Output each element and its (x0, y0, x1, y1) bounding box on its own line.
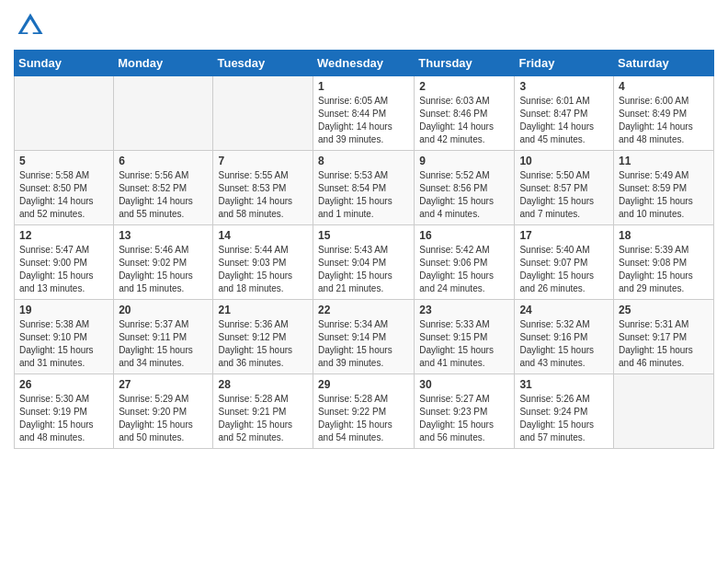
day-info: Sunrise: 5:56 AMSunset: 8:52 PMDaylight:… (119, 169, 208, 221)
day-info: Sunrise: 5:39 AMSunset: 9:08 PMDaylight:… (619, 244, 709, 295)
logo (14, 9, 51, 42)
day-number: 31 (519, 378, 609, 391)
calendar-cell: 13Sunrise: 5:46 AMSunset: 9:02 PMDayligh… (114, 225, 213, 300)
calendar-cell: 25Sunrise: 5:31 AMSunset: 9:17 PMDayligh… (614, 300, 714, 374)
calendar-cell: 9Sunrise: 5:52 AMSunset: 8:56 PMDaylight… (415, 151, 515, 225)
day-info: Sunrise: 6:03 AMSunset: 8:46 PMDaylight:… (419, 95, 509, 146)
calendar-cell: 31Sunrise: 5:26 AMSunset: 9:24 PMDayligh… (515, 374, 614, 449)
day-number: 19 (19, 304, 108, 316)
day-info: Sunrise: 5:47 AMSunset: 9:00 PMDaylight:… (19, 244, 108, 295)
calendar-week-2: 5Sunrise: 5:58 AMSunset: 8:50 PMDaylight… (15, 151, 714, 225)
calendar-cell: 6Sunrise: 5:56 AMSunset: 8:52 PMDaylight… (114, 151, 213, 225)
calendar-cell: 24Sunrise: 5:32 AMSunset: 9:16 PMDayligh… (515, 300, 614, 374)
day-info: Sunrise: 5:28 AMSunset: 9:22 PMDaylight:… (318, 393, 409, 444)
day-number: 8 (318, 155, 409, 167)
calendar-cell: 5Sunrise: 5:58 AMSunset: 8:50 PMDaylight… (15, 151, 114, 225)
day-info: Sunrise: 5:33 AMSunset: 9:15 PMDaylight:… (419, 318, 509, 370)
day-info: Sunrise: 5:44 AMSunset: 9:03 PMDaylight:… (218, 244, 308, 295)
calendar-cell: 7Sunrise: 5:55 AMSunset: 8:53 PMDaylight… (213, 151, 313, 225)
calendar-cell: 20Sunrise: 5:37 AMSunset: 9:11 PMDayligh… (114, 300, 213, 374)
day-info: Sunrise: 5:42 AMSunset: 9:06 PMDaylight:… (419, 244, 509, 295)
day-number: 14 (218, 229, 308, 242)
day-info: Sunrise: 5:29 AMSunset: 9:20 PMDaylight:… (119, 393, 208, 444)
day-info: Sunrise: 5:27 AMSunset: 9:23 PMDaylight:… (419, 393, 509, 444)
calendar-cell: 26Sunrise: 5:30 AMSunset: 9:19 PMDayligh… (15, 374, 114, 449)
day-number: 1 (318, 80, 409, 93)
day-header-wednesday: Wednesday (313, 51, 415, 76)
day-number: 13 (119, 229, 208, 242)
calendar-cell: 23Sunrise: 5:33 AMSunset: 9:15 PMDayligh… (415, 300, 515, 374)
day-info: Sunrise: 5:36 AMSunset: 9:12 PMDaylight:… (218, 318, 308, 370)
day-info: Sunrise: 6:00 AMSunset: 8:49 PMDaylight:… (619, 95, 709, 146)
day-number: 17 (519, 229, 609, 242)
calendar-cell: 12Sunrise: 5:47 AMSunset: 9:00 PMDayligh… (15, 225, 114, 300)
day-number: 30 (419, 378, 509, 391)
day-info: Sunrise: 5:53 AMSunset: 8:54 PMDaylight:… (318, 169, 409, 221)
day-info: Sunrise: 5:58 AMSunset: 8:50 PMDaylight:… (19, 169, 108, 221)
calendar-cell: 19Sunrise: 5:38 AMSunset: 9:10 PMDayligh… (15, 300, 114, 374)
day-info: Sunrise: 5:37 AMSunset: 9:11 PMDaylight:… (119, 318, 208, 370)
day-header-tuesday: Tuesday (213, 51, 313, 76)
day-number: 29 (318, 378, 409, 391)
calendar-cell: 16Sunrise: 5:42 AMSunset: 9:06 PMDayligh… (415, 225, 515, 300)
day-number: 16 (419, 229, 509, 242)
day-number: 5 (19, 155, 108, 167)
day-info: Sunrise: 5:34 AMSunset: 9:14 PMDaylight:… (318, 318, 409, 370)
day-info: Sunrise: 5:38 AMSunset: 9:10 PMDaylight:… (19, 318, 108, 370)
calendar-cell: 10Sunrise: 5:50 AMSunset: 8:57 PMDayligh… (515, 151, 614, 225)
day-info: Sunrise: 6:01 AMSunset: 8:47 PMDaylight:… (519, 95, 609, 146)
calendar-week-3: 12Sunrise: 5:47 AMSunset: 9:00 PMDayligh… (15, 225, 714, 300)
calendar-week-1: 1Sunrise: 6:05 AMSunset: 8:44 PMDaylight… (15, 76, 714, 151)
calendar-cell: 21Sunrise: 5:36 AMSunset: 9:12 PMDayligh… (213, 300, 313, 374)
day-number: 7 (218, 155, 308, 167)
day-number: 10 (519, 155, 609, 167)
day-info: Sunrise: 5:40 AMSunset: 9:07 PMDaylight:… (519, 244, 609, 295)
day-header-monday: Monday (114, 51, 213, 76)
calendar-cell: 29Sunrise: 5:28 AMSunset: 9:22 PMDayligh… (313, 374, 415, 449)
day-info: Sunrise: 5:43 AMSunset: 9:04 PMDaylight:… (318, 244, 409, 295)
day-number: 15 (318, 229, 409, 242)
calendar-cell: 1Sunrise: 6:05 AMSunset: 8:44 PMDaylight… (313, 76, 415, 151)
page: SundayMondayTuesdayWednesdayThursdayFrid… (0, 0, 728, 458)
calendar-cell: 3Sunrise: 6:01 AMSunset: 8:47 PMDaylight… (515, 76, 614, 151)
day-number: 22 (318, 304, 409, 316)
day-number: 27 (119, 378, 208, 391)
day-number: 25 (619, 304, 709, 316)
day-info: Sunrise: 5:55 AMSunset: 8:53 PMDaylight:… (218, 169, 308, 221)
calendar-cell (614, 374, 714, 449)
day-info: Sunrise: 5:30 AMSunset: 9:19 PMDaylight:… (19, 393, 108, 444)
calendar-cell: 28Sunrise: 5:28 AMSunset: 9:21 PMDayligh… (213, 374, 313, 449)
day-info: Sunrise: 5:46 AMSunset: 9:02 PMDaylight:… (119, 244, 208, 295)
calendar-cell: 30Sunrise: 5:27 AMSunset: 9:23 PMDayligh… (415, 374, 515, 449)
day-number: 12 (19, 229, 108, 242)
day-info: Sunrise: 5:26 AMSunset: 9:24 PMDaylight:… (519, 393, 609, 444)
day-number: 9 (419, 155, 509, 167)
header (14, 9, 714, 42)
day-header-sunday: Sunday (15, 51, 114, 76)
day-info: Sunrise: 5:32 AMSunset: 9:16 PMDaylight:… (519, 318, 609, 370)
calendar-cell: 2Sunrise: 6:03 AMSunset: 8:46 PMDaylight… (415, 76, 515, 151)
day-number: 11 (619, 155, 709, 167)
calendar-header-row: SundayMondayTuesdayWednesdayThursdayFrid… (15, 51, 714, 76)
day-number: 6 (119, 155, 208, 167)
calendar-cell: 17Sunrise: 5:40 AMSunset: 9:07 PMDayligh… (515, 225, 614, 300)
day-number: 21 (218, 304, 308, 316)
day-info: Sunrise: 5:31 AMSunset: 9:17 PMDaylight:… (619, 318, 709, 370)
day-number: 2 (419, 80, 509, 93)
calendar-week-5: 26Sunrise: 5:30 AMSunset: 9:19 PMDayligh… (15, 374, 714, 449)
calendar-week-4: 19Sunrise: 5:38 AMSunset: 9:10 PMDayligh… (15, 300, 714, 374)
day-header-friday: Friday (515, 51, 614, 76)
day-info: Sunrise: 6:05 AMSunset: 8:44 PMDaylight:… (318, 95, 409, 146)
day-info: Sunrise: 5:49 AMSunset: 8:59 PMDaylight:… (619, 169, 709, 221)
calendar-table: SundayMondayTuesdayWednesdayThursdayFrid… (14, 50, 714, 449)
day-header-saturday: Saturday (614, 51, 714, 76)
calendar-cell: 18Sunrise: 5:39 AMSunset: 9:08 PMDayligh… (614, 225, 714, 300)
day-number: 18 (619, 229, 709, 242)
day-number: 3 (519, 80, 609, 93)
logo-icon (14, 9, 47, 42)
calendar-cell (114, 76, 213, 151)
day-number: 28 (218, 378, 308, 391)
svg-rect-2 (28, 26, 32, 34)
calendar-cell: 22Sunrise: 5:34 AMSunset: 9:14 PMDayligh… (313, 300, 415, 374)
calendar-cell: 11Sunrise: 5:49 AMSunset: 8:59 PMDayligh… (614, 151, 714, 225)
